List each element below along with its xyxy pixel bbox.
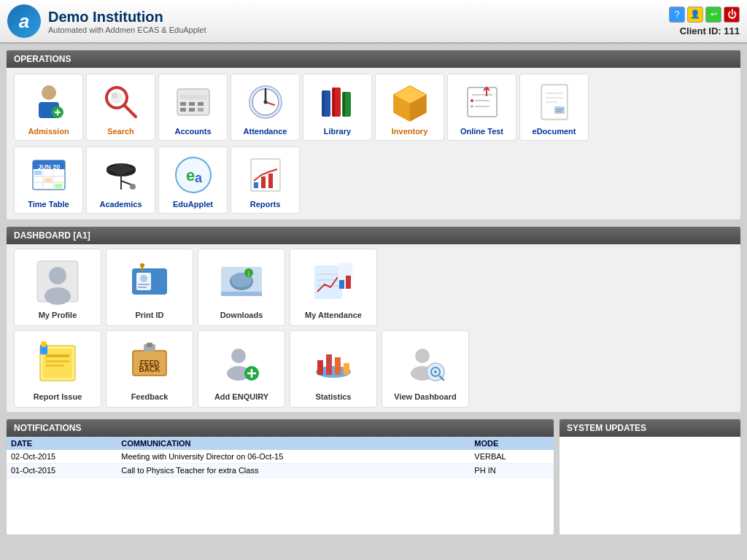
dashboard-row2: Report Issue FEED BACK Feedb	[7, 330, 740, 412]
dash-report-issue[interactable]: Report Issue	[14, 330, 101, 408]
svg-rect-116	[317, 360, 323, 375]
svg-point-36	[471, 105, 473, 108]
col-date: DATE	[7, 437, 117, 450]
svg-rect-15	[189, 108, 195, 112]
svg-text:JUN 20: JUN 20	[37, 163, 60, 171]
reports-label: Reports	[250, 200, 281, 209]
svg-rect-12	[189, 102, 195, 106]
ops-attendance[interactable]: Attendance	[231, 74, 300, 141]
help-button[interactable]: ?	[669, 7, 685, 23]
svg-point-21	[263, 101, 267, 104]
svg-rect-26	[333, 88, 335, 117]
ops-timetable[interactable]: JUN 20 Time Table	[14, 147, 83, 214]
operations-section: OPERATIONS Admission	[6, 50, 741, 220]
dash-feedback[interactable]: FEED BACK Feedback	[106, 330, 193, 408]
header: a Demo Institution Automated with Addmen…	[0, 0, 747, 44]
report-issue-icon	[31, 337, 84, 389]
ops-inventory[interactable]: Inventory	[375, 74, 444, 141]
system-updates-panel: SYSTEM UPDATES	[559, 419, 741, 535]
svg-point-34	[471, 99, 473, 102]
svg-rect-119	[344, 363, 349, 375]
ops-reports[interactable]: Reports	[231, 147, 300, 214]
svg-text:a: a	[195, 171, 203, 185]
power-button[interactable]: ⏻	[724, 7, 740, 23]
dash-my-profile[interactable]: My Profile	[14, 249, 101, 326]
app-title: Demo Institution	[48, 9, 206, 26]
ops-accounts[interactable]: Accounts	[158, 74, 228, 141]
my-profile-icon	[31, 255, 84, 308]
notif-communication: Call to Physics Teacher for extra Class	[117, 464, 470, 478]
ops-online-test[interactable]: Online Test	[447, 74, 516, 141]
dashboard-header: DASHBOARD [A1]	[7, 227, 740, 244]
svg-rect-25	[322, 90, 325, 117]
report-issue-label: Report Issue	[34, 392, 82, 401]
svg-rect-44	[554, 106, 565, 114]
svg-rect-71	[268, 174, 273, 188]
svg-rect-11	[180, 102, 186, 106]
ops-library[interactable]: Library	[303, 74, 372, 141]
svg-rect-13	[198, 102, 204, 106]
col-mode: MODE	[470, 437, 554, 450]
svg-point-124	[434, 370, 437, 373]
svg-text:BACK: BACK	[139, 365, 161, 373]
notifications-table: DATE COMMUNICATION MODE 02-Oct-2015 Meet…	[7, 437, 554, 478]
attendance-label: Attendance	[244, 127, 287, 136]
header-text: Demo Institution Automated with Addmen E…	[48, 9, 206, 34]
header-left: a Demo Institution Automated with Addmen…	[7, 4, 206, 38]
main-content: OPERATIONS Admission	[0, 44, 747, 560]
dash-view-dashboard[interactable]: View Dashboard	[382, 330, 469, 408]
eduapplet-label: EduApplet	[173, 200, 213, 209]
back-button[interactable]: ↩	[705, 7, 721, 23]
svg-rect-16	[198, 108, 204, 112]
notif-date: 02-Oct-2015	[7, 450, 117, 464]
svg-rect-55	[34, 171, 42, 175]
ops-admission[interactable]: Admission	[14, 74, 83, 141]
notifications-panel: NOTIFICATIONS DATE COMMUNICATION MODE 02…	[6, 419, 554, 535]
view-dashboard-icon	[399, 337, 452, 389]
my-profile-label: My Profile	[39, 311, 77, 319]
dash-print-id[interactable]: Print ID	[106, 249, 193, 326]
app-subtitle: Automated with Addmen ECAS & EduApplet	[48, 26, 206, 34]
feedback-label: Feedback	[131, 392, 169, 401]
svg-rect-118	[335, 357, 341, 375]
print-id-label: Print ID	[135, 311, 163, 319]
svg-text:↓: ↓	[247, 269, 251, 277]
downloads-icon: ↓	[215, 255, 268, 308]
timetable-icon: JUN 20	[26, 152, 72, 198]
timetable-label: Time Table	[28, 200, 69, 209]
ops-eduapplet[interactable]: e a EduApplet	[158, 147, 228, 214]
svg-point-74	[44, 287, 71, 305]
svg-rect-94	[346, 276, 351, 289]
dash-statistics[interactable]: Statistics	[290, 330, 377, 408]
my-attendance-icon	[307, 255, 360, 308]
dash-downloads[interactable]: ↓ Downloads	[198, 249, 285, 326]
operations-header: OPERATIONS	[7, 50, 740, 68]
statistics-icon	[307, 337, 360, 389]
inventory-icon	[387, 79, 433, 125]
view-dashboard-label: View Dashboard	[394, 392, 456, 401]
table-row: 01-Oct-2015 Call to Physics Teacher for …	[7, 464, 554, 478]
svg-point-8	[112, 93, 117, 98]
notif-mode: VERBAL	[470, 450, 554, 464]
dash-add-enquiry[interactable]: Add ENQUIRY	[198, 330, 285, 408]
svg-point-120	[415, 349, 430, 363]
logo-icon[interactable]: a	[7, 4, 41, 38]
svg-rect-69	[254, 182, 258, 188]
search-label: Search	[107, 127, 134, 136]
dash-my-attendance[interactable]: My Attendance	[290, 249, 377, 326]
svg-rect-57	[55, 184, 62, 188]
bottom-row: NOTIFICATIONS DATE COMMUNICATION MODE 02…	[6, 419, 741, 535]
table-row: 02-Oct-2015 Meeting with University Dire…	[7, 450, 554, 464]
ops-search[interactable]: Search	[86, 74, 155, 141]
user-button[interactable]: 👤	[687, 7, 703, 23]
feedback-icon: FEED BACK	[123, 337, 176, 389]
edocument-icon	[531, 79, 578, 125]
svg-rect-87	[221, 292, 262, 296]
online-test-icon	[459, 79, 506, 125]
svg-rect-117	[326, 354, 332, 375]
ops-academics[interactable]: Academics	[86, 147, 155, 214]
header-icon-group: ? 👤 ↩ ⏻	[669, 7, 740, 23]
online-test-label: Online Test	[460, 127, 503, 136]
eduapplet-icon: e a	[170, 152, 217, 198]
ops-edocument[interactable]: eDocument	[519, 74, 589, 141]
